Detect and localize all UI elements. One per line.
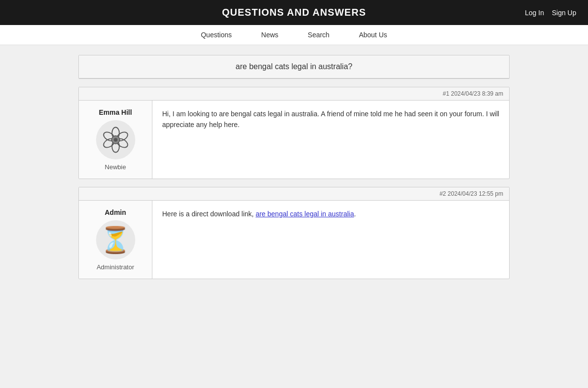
- question-title: are bengal cats legal in australia?: [79, 55, 509, 78]
- main-content: are bengal cats legal in australia? #1 2…: [69, 55, 519, 279]
- bengal-cats-link[interactable]: are bengal cats legal in australia: [256, 210, 354, 218]
- post-content-prefix-2: Here is a direct download link,: [162, 210, 256, 218]
- author-role-2: Administrator: [97, 263, 134, 271]
- nav-bar: Questions News Search About Us: [0, 25, 588, 45]
- post-content-suffix-2: .: [354, 210, 356, 218]
- post-card-2: #2 2024/04/23 12:55 pm Admin ⏳ Administr…: [78, 187, 510, 279]
- nav-item-news[interactable]: News: [261, 31, 278, 39]
- site-title: QUESTIONS AND ANSWERS: [222, 7, 366, 18]
- post-author-1: Emma Hill N: [79, 101, 152, 179]
- login-link[interactable]: Log In: [525, 9, 544, 17]
- post-body-1: Emma Hill N: [79, 101, 509, 179]
- post-content-2: Here is a direct download link, are beng…: [152, 201, 509, 279]
- flower-icon: [101, 125, 130, 155]
- nav-item-about[interactable]: About Us: [359, 31, 387, 39]
- post-body-2: Admin ⏳ Administrator Here is a direct d…: [79, 201, 509, 279]
- post-card-1: #1 2024/04/23 8:39 am Emma Hill: [78, 87, 510, 179]
- signup-link[interactable]: Sign Up: [552, 9, 576, 17]
- question-card: are bengal cats legal in australia?: [78, 55, 510, 79]
- author-name-2: Admin: [105, 208, 126, 216]
- top-bar: QUESTIONS AND ANSWERS Log In Sign Up: [0, 0, 588, 25]
- avatar-2: ⏳: [96, 220, 135, 259]
- post-author-2: Admin ⏳ Administrator: [79, 201, 152, 279]
- auth-links: Log In Sign Up: [525, 9, 576, 17]
- post-meta-2: #2 2024/04/23 12:55 pm: [79, 187, 509, 201]
- hourglass-icon: ⏳: [99, 227, 131, 253]
- svg-point-7: [114, 138, 118, 142]
- author-name-1: Emma Hill: [99, 108, 132, 116]
- author-role-1: Newbie: [105, 163, 126, 171]
- post-content-1: Hi, I am looking to are bengal cats lega…: [152, 101, 509, 179]
- post-meta-1: #1 2024/04/23 8:39 am: [79, 87, 509, 101]
- nav-item-search[interactable]: Search: [308, 31, 329, 39]
- nav-item-questions[interactable]: Questions: [201, 31, 232, 39]
- avatar-1: [96, 120, 135, 159]
